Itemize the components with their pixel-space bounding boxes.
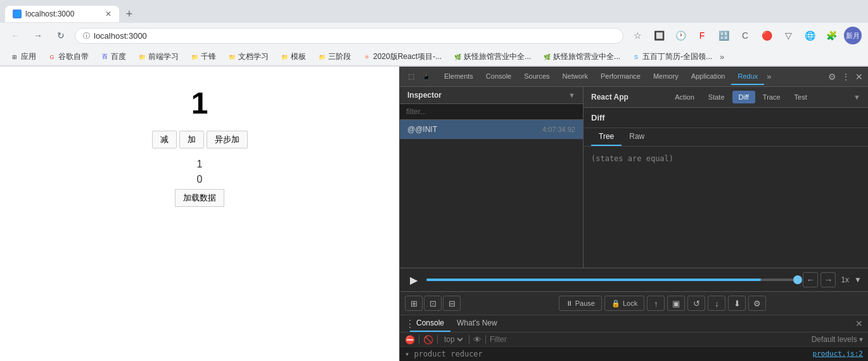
bookmark-baidu[interactable]: 百 百度: [96, 50, 130, 63]
increment-button[interactable]: 加: [179, 131, 204, 148]
tab-title: localhost:3000: [25, 10, 74, 18]
tab-test[interactable]: Test: [788, 91, 814, 103]
tab-diff[interactable]: Diff: [732, 91, 755, 103]
timeline[interactable]: [426, 279, 798, 281]
bookmark-react[interactable]: ⚛ 2020版React项目-...: [359, 50, 445, 63]
bookmarks-more[interactable]: »: [720, 52, 724, 62]
export-button[interactable]: ⬇: [728, 296, 746, 311]
tab-redux[interactable]: Redux: [731, 69, 764, 85]
tab-network[interactable]: Network: [556, 69, 594, 85]
console-tab-whatsnew[interactable]: What's New: [450, 315, 504, 332]
translate-icon[interactable]: 🌐: [801, 27, 819, 44]
tab-tree[interactable]: Tree: [591, 128, 622, 146]
tab-close[interactable]: ✕: [105, 10, 112, 18]
tab-sources[interactable]: Sources: [518, 69, 556, 85]
back-button[interactable]: ←: [6, 27, 24, 44]
forward-button[interactable]: →: [29, 27, 47, 44]
download-button[interactable]: ↓: [708, 296, 725, 311]
tab-state[interactable]: State: [702, 91, 731, 103]
folder-icon-4: 📁: [280, 53, 289, 62]
bookmark-docs[interactable]: 📁 文档学习: [224, 50, 272, 63]
action-btn-grid1[interactable]: ⊞: [405, 296, 423, 311]
bookmark-google-label: 谷歌自带: [58, 51, 89, 62]
tab-console[interactable]: Console: [480, 69, 518, 85]
mobile-icon[interactable]: 📱: [420, 70, 433, 83]
console-close-button[interactable]: ✕: [855, 318, 863, 329]
load-data-button[interactable]: 加载数据: [175, 189, 224, 207]
console-circle-icon[interactable]: 🚫: [423, 335, 433, 345]
bookmark-qianfeng[interactable]: 📁 千锋: [186, 50, 220, 63]
close-devtools-icon[interactable]: ✕: [855, 72, 863, 82]
ext2-icon[interactable]: 🔡: [715, 27, 732, 44]
playback-speed-dropdown[interactable]: ▼: [854, 275, 862, 284]
console-drag-handle[interactable]: ⋮: [405, 318, 410, 330]
pause-button[interactable]: ⏸ Pause: [559, 296, 602, 311]
tab-application[interactable]: Application: [685, 69, 732, 85]
tab-raw[interactable]: Raw: [622, 128, 652, 146]
right-panel-dropdown-icon[interactable]: ▼: [853, 93, 860, 101]
filter-input[interactable]: [400, 104, 583, 120]
action-btn-grid2[interactable]: ⊡: [424, 296, 442, 311]
config-button[interactable]: ⚙: [748, 296, 766, 311]
console-block-icon[interactable]: ⛔: [405, 335, 415, 345]
console-tab-console[interactable]: Console: [410, 315, 450, 332]
reload-button[interactable]: ↻: [52, 27, 70, 44]
timeline-prev-button[interactable]: ←: [803, 272, 818, 287]
inspector-dropdown-icon[interactable]: ▼: [568, 91, 575, 99]
resume-icon: S: [632, 53, 641, 62]
extension-icon[interactable]: 🔲: [650, 27, 668, 44]
upload-button[interactable]: ↑: [647, 296, 665, 311]
extensions-icon[interactable]: 🧩: [822, 27, 840, 44]
action-btn-grid3[interactable]: ⊟: [443, 296, 461, 311]
active-tab[interactable]: 🌐 localhost:3000 ✕: [5, 6, 119, 22]
bookmark-frontend[interactable]: 📁 前端学习: [134, 50, 182, 63]
bookmark-stage3[interactable]: 📁 三阶段: [314, 50, 355, 63]
play-button[interactable]: ▶: [406, 272, 421, 287]
tab-bar: 🌐 localhost:3000 ✕ +: [0, 0, 868, 23]
new-tab-button[interactable]: +: [120, 5, 138, 23]
bookmark-yokai1[interactable]: 🌿 妖怪旅馆营业中全...: [449, 50, 535, 63]
bookmark-yokai2[interactable]: 🌿 妖怪旅馆营业中全...: [539, 50, 624, 63]
redux-right-panel: React App Action State Diff Trace Test ▼…: [584, 87, 868, 268]
more-options-icon[interactable]: ⋮: [841, 72, 850, 82]
bookmark-template[interactable]: 📁 模板: [276, 50, 310, 63]
async-increment-button[interactable]: 异步加: [207, 131, 248, 148]
devtools-icons: ⬚ 📱: [405, 70, 433, 83]
browser-chrome: 🌐 localhost:3000 ✕ + ← → ↻ ⓘ localhost:3…: [0, 0, 868, 67]
address-bar[interactable]: ⓘ localhost:3000: [75, 28, 623, 44]
lock-button[interactable]: 🔒 Lock: [604, 296, 644, 311]
ext3-icon[interactable]: C: [736, 27, 754, 44]
bookmark-frontend-label: 前端学习: [148, 51, 179, 62]
bookmark-google[interactable]: G 谷歌自带: [44, 50, 93, 63]
more-tabs-icon[interactable]: »: [767, 72, 771, 81]
feedly-icon[interactable]: F: [693, 27, 711, 44]
ext4-icon[interactable]: 🔴: [758, 27, 775, 44]
console-filter-input[interactable]: [490, 335, 808, 344]
tab-performance[interactable]: Performance: [594, 69, 647, 85]
monitor-button[interactable]: ▣: [667, 296, 685, 311]
bookmarks-bar: ⊞ 应用 G 谷歌自带 百 百度 📁 前端学习 📁 千锋 📁 文档学习 📁 模板…: [0, 48, 868, 66]
inspector-title: Inspector: [407, 91, 442, 100]
profile-icon[interactable]: 新月: [844, 27, 862, 44]
console-eye-icon[interactable]: 👁: [473, 335, 482, 345]
action-item-init[interactable]: @@INIT 4:07:34.92: [400, 120, 583, 140]
decrement-button[interactable]: 减: [152, 131, 177, 148]
tab-trace[interactable]: Trace: [756, 91, 787, 103]
tab-action[interactable]: Action: [668, 91, 701, 103]
bookmark-star-icon[interactable]: ☆: [629, 27, 646, 44]
yokai2-icon: 🌿: [542, 53, 551, 62]
console-file-link[interactable]: product.js:2: [813, 350, 863, 358]
bookmark-apps[interactable]: ⊞ 应用: [6, 50, 40, 63]
history-icon[interactable]: 🕐: [672, 27, 689, 44]
inspect-icon[interactable]: ⬚: [405, 70, 418, 83]
action-buttons-bar: ⊞ ⊡ ⊟ ⏸ Pause 🔒 Lock ↑ ▣ ↺ ↓ ⬇ ⚙: [400, 291, 868, 315]
refresh-button[interactable]: ↺: [687, 296, 705, 311]
tab-elements[interactable]: Elements: [438, 69, 480, 85]
tab-memory[interactable]: Memory: [647, 69, 685, 85]
bookmark-resume[interactable]: S 五百丁简历-全国领...: [628, 50, 716, 63]
console-levels-dropdown[interactable]: Default levels ▾: [812, 335, 863, 344]
console-context-select[interactable]: top: [442, 334, 465, 345]
settings-icon[interactable]: ⚙: [828, 72, 836, 82]
vueschool-icon[interactable]: ▽: [779, 27, 797, 44]
timeline-next-button[interactable]: →: [820, 272, 836, 287]
